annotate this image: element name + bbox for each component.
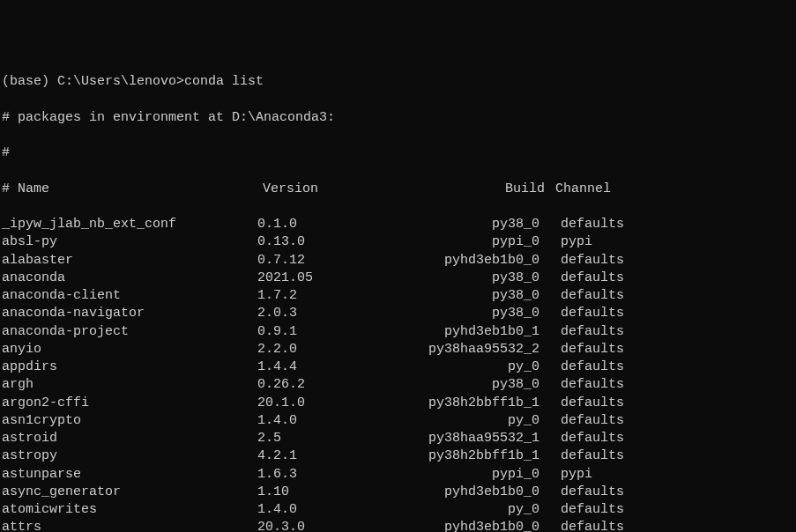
package-name: argh [2,376,257,394]
package-row: argh0.26.2py38_0defaults [2,376,794,394]
package-name: argon2-cffi [2,395,257,412]
package-row: _ipyw_jlab_nb_ext_conf0.1.0py38_0default… [2,216,794,233]
package-name: appdirs [2,358,257,376]
package-name: anaconda-navigator [2,305,257,322]
package-channel: defaults [539,412,624,430]
package-row: anaconda-project0.9.1pyhd3eb1b0_1default… [2,323,794,341]
package-version: 2.2.0 [257,341,381,358]
header-channel: Channel [545,181,611,198]
header-version: Version [263,181,386,198]
header-name: Name [18,181,263,198]
package-build: pypi_0 [381,466,539,484]
package-version: 20.3.0 [257,519,381,532]
env-comment: # packages in environment at D:\Anaconda… [2,109,794,127]
package-channel: pypi [539,466,592,484]
package-build: py_0 [381,358,539,376]
package-version: 0.7.12 [257,252,381,270]
prompt-line: (base) C:\Users\lenovo>conda list [2,73,794,91]
blank-comment: # [2,144,794,162]
package-build: py_0 [381,412,539,430]
package-row: asn1crypto1.4.0py_0defaults [2,412,794,430]
prompt-env: (base) [2,74,49,89]
package-row: argon2-cffi20.1.0py38h2bbff1b_1defaults [2,395,794,412]
package-version: 1.4.0 [257,412,381,430]
package-channel: defaults [539,216,624,233]
package-list: _ipyw_jlab_nb_ext_conf0.1.0py38_0default… [2,216,794,532]
package-channel: defaults [539,287,624,305]
header-prefix: # [2,181,10,196]
package-name: alabaster [2,252,257,270]
package-row: absl-py0.13.0pypi_0pypi [2,233,794,251]
package-build: pyhd3eb1b0_1 [381,323,539,341]
package-row: anaconda-client1.7.2py38_0defaults [2,287,794,305]
package-row: atomicwrites1.4.0py_0defaults [2,501,794,519]
package-name: _ipyw_jlab_nb_ext_conf [2,216,257,233]
package-name: anaconda-project [2,323,257,341]
package-channel: defaults [539,430,624,447]
header-row: # NameVersionBuildChannel [2,181,794,198]
package-channel: defaults [539,376,624,394]
package-row: anaconda2021.05py38_0defaults [2,270,794,287]
package-channel: defaults [539,305,624,322]
package-row: anyio2.2.0py38haa95532_2defaults [2,341,794,358]
package-channel: pypi [539,233,592,251]
prompt-command[interactable]: conda list [184,74,264,89]
package-name: astunparse [2,466,257,484]
package-name: anaconda-client [2,287,257,305]
package-name: anyio [2,341,257,358]
package-build: py38haa95532_2 [381,341,539,358]
package-version: 1.4.0 [257,501,381,519]
package-row: appdirs1.4.4py_0defaults [2,358,794,376]
package-build: pyhd3eb1b0_0 [381,519,539,532]
package-build: pypi_0 [381,233,539,251]
package-row: anaconda-navigator2.0.3py38_0defaults [2,305,794,322]
package-build: py38_0 [381,287,539,305]
package-channel: defaults [539,252,624,270]
package-row: async_generator1.10pyhd3eb1b0_0defaults [2,484,794,501]
package-channel: defaults [539,341,624,358]
package-name: astropy [2,447,257,465]
package-name: atomicwrites [2,501,257,519]
package-build: py38_0 [381,216,539,233]
package-name: attrs [2,519,257,532]
package-version: 1.7.2 [257,287,381,305]
package-channel: defaults [539,358,624,376]
package-build: py_0 [381,501,539,519]
package-build: py38h2bbff1b_1 [381,447,539,465]
package-version: 0.13.0 [257,233,381,251]
package-build: pyhd3eb1b0_0 [381,252,539,270]
package-version: 0.9.1 [257,323,381,341]
package-build: py38_0 [381,270,539,287]
package-version: 2.5 [257,430,381,447]
package-build: py38h2bbff1b_1 [381,395,539,412]
package-version: 2021.05 [257,270,381,287]
package-name: asn1crypto [2,412,257,430]
package-row: astropy4.2.1py38h2bbff1b_1defaults [2,447,794,465]
package-build: py38haa95532_1 [381,430,539,447]
package-build: pyhd3eb1b0_0 [381,484,539,501]
package-row: attrs20.3.0pyhd3eb1b0_0defaults [2,519,794,532]
package-channel: defaults [539,519,624,532]
package-version: 1.4.4 [257,358,381,376]
package-version: 0.26.2 [257,376,381,394]
package-channel: defaults [539,395,624,412]
package-name: async_generator [2,484,257,501]
package-version: 2.0.3 [257,305,381,322]
package-version: 0.1.0 [257,216,381,233]
package-channel: defaults [539,323,624,341]
package-version: 1.6.3 [257,466,381,484]
prompt-path: C:\Users\lenovo> [57,74,184,89]
package-channel: defaults [539,484,624,501]
package-row: astunparse1.6.3pypi_0pypi [2,466,794,484]
package-build: py38_0 [381,305,539,322]
package-version: 4.2.1 [257,447,381,465]
header-build: Build [386,181,545,198]
package-row: alabaster0.7.12pyhd3eb1b0_0defaults [2,252,794,270]
package-name: anaconda [2,270,257,287]
package-row: astroid2.5py38haa95532_1defaults [2,430,794,447]
package-channel: defaults [539,270,624,287]
package-channel: defaults [539,501,624,519]
package-version: 20.1.0 [257,395,381,412]
package-version: 1.10 [257,484,381,501]
package-name: astroid [2,430,257,447]
